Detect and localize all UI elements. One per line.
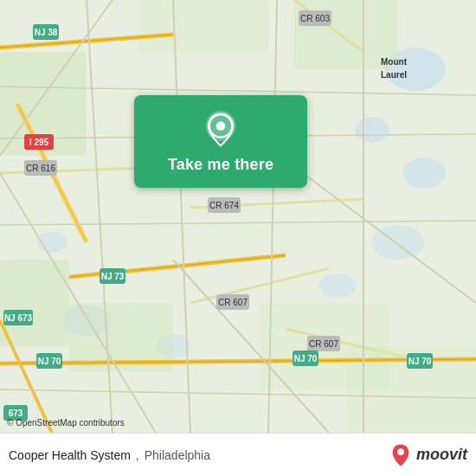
take-me-there-label: Take me there xyxy=(168,156,273,174)
svg-point-3 xyxy=(402,158,446,189)
moovit-brand-text: moovit xyxy=(416,446,467,464)
svg-text:NJ 673: NJ 673 xyxy=(4,313,33,323)
svg-text:CR 603: CR 603 xyxy=(300,14,330,23)
separator: , xyxy=(136,448,139,462)
city-label: Philadelphia xyxy=(145,448,210,462)
bottom-bar: Cooper Health System , Philadelphia moov… xyxy=(0,433,476,476)
svg-text:673: 673 xyxy=(9,408,23,418)
svg-text:NJ 70: NJ 70 xyxy=(294,354,318,363)
svg-text:Mount: Mount xyxy=(381,57,408,67)
svg-text:NJ 70: NJ 70 xyxy=(38,357,61,366)
svg-text:I 295: I 295 xyxy=(29,138,49,147)
svg-text:NJ 38: NJ 38 xyxy=(35,28,58,37)
svg-text:CR 607: CR 607 xyxy=(218,298,248,307)
svg-point-5 xyxy=(318,273,357,298)
moovit-pin-icon xyxy=(389,443,413,467)
svg-text:CR 674: CR 674 xyxy=(209,201,239,210)
svg-point-74 xyxy=(397,448,404,455)
svg-text:NJ 73: NJ 73 xyxy=(101,272,125,281)
take-me-there-popup[interactable]: Take me there xyxy=(134,95,307,188)
location-pin-icon xyxy=(203,111,239,147)
svg-point-2 xyxy=(355,117,389,143)
svg-text:CR 616: CR 616 xyxy=(26,164,55,173)
map-svg: NJ 38 I 295 CR 603 CR 616 CR 674 NJ 73 C… xyxy=(0,0,476,433)
svg-text:Laurel: Laurel xyxy=(381,70,407,80)
svg-rect-14 xyxy=(138,0,268,52)
svg-text:© OpenStreetMap contributors: © OpenStreetMap contributors xyxy=(7,418,125,428)
svg-text:CR 607: CR 607 xyxy=(309,339,338,349)
svg-point-73 xyxy=(216,121,226,131)
svg-text:NJ 70: NJ 70 xyxy=(408,357,432,366)
location-name: Cooper Health System xyxy=(9,448,131,462)
moovit-logo: moovit xyxy=(389,443,467,467)
map-container: NJ 38 I 295 CR 603 CR 616 CR 674 NJ 73 C… xyxy=(0,0,476,433)
